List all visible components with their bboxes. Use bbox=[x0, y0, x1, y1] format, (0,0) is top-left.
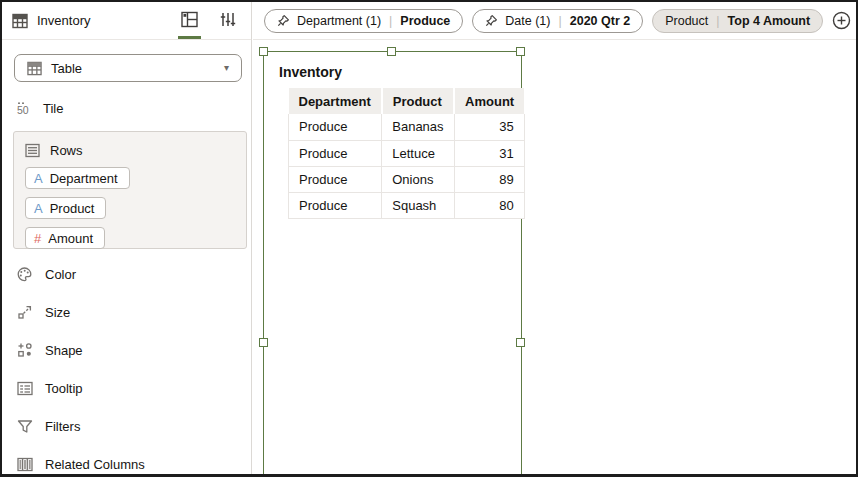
rows-icon bbox=[25, 143, 40, 158]
sidebar-header: Inventory bbox=[2, 2, 251, 40]
resize-handle-top-right[interactable] bbox=[516, 47, 525, 56]
filter-value: 2020 Qtr 2 bbox=[570, 14, 630, 28]
grammar-sidebar: Inventory bbox=[2, 2, 252, 474]
drop-target-size[interactable]: Size bbox=[2, 293, 250, 331]
field-pill-product[interactable]: A Product bbox=[25, 197, 106, 219]
settings-sliders-icon bbox=[220, 11, 236, 28]
attribute-icon: A bbox=[34, 201, 43, 216]
cell-amount[interactable]: 89 bbox=[454, 166, 524, 192]
viz-title: Inventory bbox=[279, 64, 342, 80]
tile-target[interactable]: 50 Tile bbox=[16, 96, 236, 120]
shape-icon bbox=[16, 342, 33, 358]
cell-department[interactable]: Produce bbox=[289, 166, 382, 192]
prop-label: Size bbox=[45, 305, 70, 320]
pin-icon bbox=[485, 14, 498, 27]
table-header-row: Department Product Amount bbox=[289, 88, 525, 114]
prop-label: Tooltip bbox=[45, 381, 83, 396]
filter-name: Date (1) bbox=[505, 14, 550, 28]
cell-product[interactable]: Squash bbox=[382, 192, 454, 218]
plus-circle-icon bbox=[832, 11, 851, 30]
svg-text:50: 50 bbox=[17, 104, 29, 116]
table-viz-icon bbox=[27, 61, 42, 76]
cell-amount[interactable]: 31 bbox=[454, 140, 524, 166]
filter-separator: | bbox=[558, 14, 561, 28]
rows-section-header: Rows bbox=[25, 140, 236, 160]
prop-label: Shape bbox=[45, 343, 83, 358]
prop-label: Related Columns bbox=[45, 457, 145, 472]
drop-target-shape[interactable]: Shape bbox=[2, 331, 250, 369]
funnel-icon bbox=[16, 419, 33, 434]
tooltip-icon bbox=[16, 381, 33, 396]
cell-product[interactable]: Lettuce bbox=[382, 140, 454, 166]
resize-handle-top-center[interactable] bbox=[387, 47, 396, 56]
filter-pill-product-top4[interactable]: Product | Top 4 Amount bbox=[652, 9, 823, 33]
field-label: Product bbox=[50, 201, 95, 216]
cell-product[interactable]: Onions bbox=[382, 166, 454, 192]
viz-type-value: Table bbox=[51, 61, 82, 76]
cell-amount[interactable]: 80 bbox=[454, 192, 524, 218]
related-columns-item[interactable]: Related Columns bbox=[2, 445, 250, 477]
resize-handle-mid-left[interactable] bbox=[259, 338, 268, 347]
filter-separator: | bbox=[389, 14, 392, 28]
cell-product[interactable]: Bananas bbox=[382, 114, 454, 140]
drop-target-color[interactable]: Color bbox=[2, 255, 250, 293]
field-label: Department bbox=[50, 171, 118, 186]
field-pill-amount[interactable]: # Amount bbox=[25, 227, 105, 249]
filter-separator: | bbox=[716, 14, 719, 28]
rows-drop-zone: Rows A Department A Product # Amount bbox=[13, 131, 247, 249]
tile-icon: 50 bbox=[16, 100, 32, 116]
filter-name: Product bbox=[665, 14, 708, 28]
filter-value: Produce bbox=[400, 14, 450, 28]
filter-value: Top 4 Amount bbox=[728, 14, 811, 28]
canvas-area: Department (1) | Produce Date (1) | 2020… bbox=[253, 2, 856, 474]
chevron-down-icon: ▾ bbox=[224, 63, 229, 73]
cell-amount[interactable]: 35 bbox=[454, 114, 524, 140]
column-header-product[interactable]: Product bbox=[382, 88, 454, 114]
resize-handle-mid-right[interactable] bbox=[516, 338, 525, 347]
measure-icon: # bbox=[34, 231, 41, 246]
canvas-body: Inventory Department Product Amount Prod… bbox=[253, 40, 856, 476]
color-palette-icon bbox=[16, 266, 33, 283]
field-pill-department[interactable]: A Department bbox=[25, 167, 130, 189]
add-filter-button[interactable] bbox=[832, 11, 853, 30]
table-row[interactable]: Produce Squash 80 bbox=[289, 192, 525, 218]
table-row[interactable]: Produce Onions 89 bbox=[289, 166, 525, 192]
grammar-properties: Color Size bbox=[2, 255, 250, 477]
attribute-icon: A bbox=[34, 171, 43, 186]
viz-type-dropdown[interactable]: Table ▾ bbox=[14, 54, 242, 82]
panel-title: Inventory bbox=[37, 13, 90, 28]
column-header-department[interactable]: Department bbox=[289, 88, 382, 114]
tile-label: Tile bbox=[43, 101, 63, 116]
filter-bar: Department (1) | Produce Date (1) | 2020… bbox=[253, 2, 856, 40]
pin-icon bbox=[277, 14, 290, 27]
inventory-table[interactable]: Department Product Amount Produce Banana… bbox=[288, 88, 525, 219]
cell-department[interactable]: Produce bbox=[289, 192, 382, 218]
filter-name: Department (1) bbox=[297, 14, 381, 28]
tab-properties[interactable] bbox=[217, 2, 239, 39]
table-row[interactable]: Produce Lettuce 31 bbox=[289, 140, 525, 166]
app-window: Inventory bbox=[0, 0, 858, 477]
table-row[interactable]: Produce Bananas 35 bbox=[289, 114, 525, 140]
table-viz-icon bbox=[12, 13, 28, 29]
rows-section-label: Rows bbox=[50, 143, 83, 158]
filter-pill-date[interactable]: Date (1) | 2020 Qtr 2 bbox=[472, 9, 643, 33]
size-icon bbox=[16, 304, 33, 320]
drop-target-filters[interactable]: Filters bbox=[2, 407, 250, 445]
tab-grammar[interactable] bbox=[178, 2, 201, 39]
sidebar-tabs bbox=[178, 2, 239, 39]
cell-department[interactable]: Produce bbox=[289, 114, 382, 140]
drop-target-tooltip[interactable]: Tooltip bbox=[2, 369, 250, 407]
filter-pill-department[interactable]: Department (1) | Produce bbox=[264, 9, 463, 33]
cell-department[interactable]: Produce bbox=[289, 140, 382, 166]
field-label: Amount bbox=[48, 231, 93, 246]
related-columns-icon bbox=[16, 457, 33, 472]
column-header-amount[interactable]: Amount bbox=[454, 88, 524, 114]
prop-label: Filters bbox=[45, 419, 80, 434]
prop-label: Color bbox=[45, 267, 76, 282]
resize-handle-top-left[interactable] bbox=[259, 47, 268, 56]
grammar-panel-icon bbox=[181, 11, 198, 28]
